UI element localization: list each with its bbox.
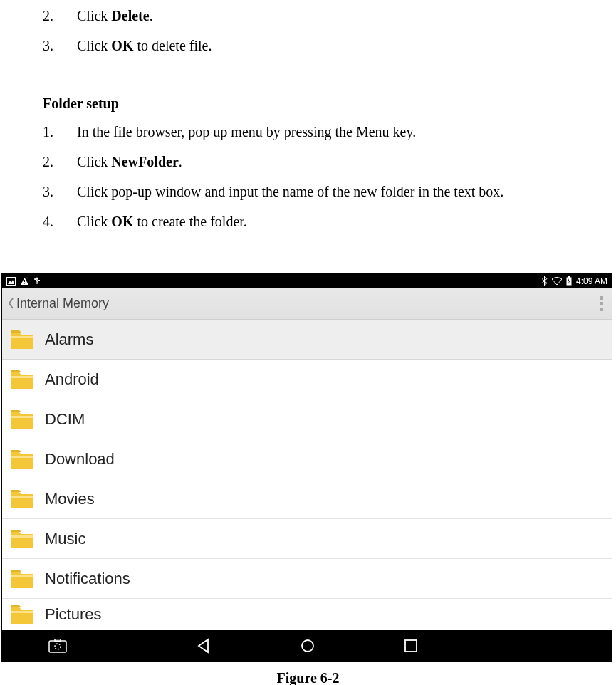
folder-row[interactable]: Movies xyxy=(2,479,612,519)
folder-row[interactable]: Download xyxy=(2,439,612,479)
list-text: In the file browser, pop up menu by pres… xyxy=(77,122,573,142)
battery-icon xyxy=(566,276,572,286)
navigation-bar xyxy=(2,630,612,661)
list-number: 1. xyxy=(43,122,77,142)
list-text: Click OK to create the folder. xyxy=(77,211,573,231)
section-heading: Folder setup xyxy=(43,95,573,112)
list-item: 2. Click Delete. xyxy=(43,6,573,26)
svg-rect-13 xyxy=(11,376,33,378)
folder-name: Alarms xyxy=(45,330,93,349)
list-text: Click NewFolder. xyxy=(77,152,573,172)
folder-name: DCIM xyxy=(45,410,85,429)
folder-icon xyxy=(9,409,35,430)
list-text: Click OK to delete file. xyxy=(77,36,573,56)
svg-rect-19 xyxy=(11,611,33,613)
list-number: 4. xyxy=(43,211,77,231)
folder-list: Alarms Android DCIM Download Movies xyxy=(2,320,612,630)
svg-rect-22 xyxy=(55,639,61,641)
svg-rect-14 xyxy=(11,416,33,418)
app-header: Internal Memory xyxy=(2,288,612,320)
chevron-left-icon xyxy=(8,297,15,311)
list-text: Click pop-up window and input the name o… xyxy=(77,182,573,202)
svg-rect-16 xyxy=(11,496,33,498)
svg-rect-4 xyxy=(24,283,25,283)
recents-button[interactable] xyxy=(404,639,418,653)
list-item: 3. Click pop-up window and input the nam… xyxy=(43,182,573,202)
list-item: 3. Click OK to delete file. xyxy=(43,36,573,56)
folder-name: Android xyxy=(45,370,99,389)
figure-caption: Figure 6-2 xyxy=(0,670,616,685)
svg-marker-1 xyxy=(8,280,14,284)
document-body: 2. Click Delete. 3. Click OK to delete f… xyxy=(0,6,616,231)
usb-icon xyxy=(33,277,41,286)
list-item: 1. In the file browser, pop up menu by p… xyxy=(43,122,573,142)
list-number: 3. xyxy=(43,36,77,56)
folder-icon xyxy=(9,488,35,510)
folder-icon xyxy=(9,604,35,625)
dot-icon xyxy=(600,296,603,300)
svg-rect-3 xyxy=(24,280,25,282)
folder-icon xyxy=(9,568,35,590)
status-left xyxy=(6,277,41,286)
folder-icon xyxy=(9,329,35,350)
folder-name: Music xyxy=(45,530,85,548)
status-time: 4:09 AM xyxy=(576,276,607,286)
svg-rect-6 xyxy=(36,278,37,284)
back-title[interactable]: Internal Memory xyxy=(8,296,109,311)
svg-rect-8 xyxy=(38,280,40,281)
folder-name: Pictures xyxy=(45,605,101,624)
status-right: 4:09 AM xyxy=(541,276,607,286)
bluetooth-icon xyxy=(541,276,548,286)
dot-icon xyxy=(600,308,603,311)
svg-rect-24 xyxy=(405,640,417,652)
folder-row[interactable]: Notifications xyxy=(2,559,612,599)
dot-icon xyxy=(600,302,603,305)
folder-row[interactable]: Pictures xyxy=(2,599,612,630)
embedded-screenshot: 4:09 AM Internal Memory Alarms Android xyxy=(1,273,612,662)
status-bar: 4:09 AM xyxy=(2,273,612,288)
svg-point-23 xyxy=(302,640,313,652)
svg-rect-18 xyxy=(11,575,33,577)
image-icon xyxy=(6,277,16,286)
list-number: 3. xyxy=(43,182,77,202)
folder-name: Download xyxy=(45,450,115,469)
wifi-icon xyxy=(552,277,562,286)
back-button[interactable] xyxy=(196,638,212,654)
warning-icon xyxy=(20,277,29,286)
overflow-menu-button[interactable] xyxy=(596,296,606,311)
folder-icon xyxy=(9,369,35,390)
folder-row[interactable]: Music xyxy=(2,519,612,559)
folder-name: Notifications xyxy=(45,570,130,588)
svg-point-21 xyxy=(55,644,61,649)
svg-rect-12 xyxy=(11,336,33,338)
app-title: Internal Memory xyxy=(16,296,109,311)
screenshot-button[interactable] xyxy=(48,639,67,653)
folder-name: Movies xyxy=(45,490,95,508)
svg-rect-15 xyxy=(11,456,33,458)
folder-icon xyxy=(9,449,35,470)
list-number: 2. xyxy=(43,6,77,26)
svg-rect-20 xyxy=(49,641,66,652)
folder-row[interactable]: DCIM xyxy=(2,399,612,439)
folder-icon xyxy=(9,528,35,550)
home-button[interactable] xyxy=(300,638,315,654)
svg-rect-10 xyxy=(568,276,570,278)
list-text: Click Delete. xyxy=(77,6,573,26)
folder-row[interactable]: Android xyxy=(2,360,612,399)
folder-row[interactable]: Alarms xyxy=(2,320,612,360)
list-item: 2. Click NewFolder. xyxy=(43,152,573,172)
svg-point-7 xyxy=(34,278,36,280)
svg-rect-17 xyxy=(11,535,33,538)
list-number: 2. xyxy=(43,152,77,172)
list-item: 4. Click OK to create the folder. xyxy=(43,211,573,231)
